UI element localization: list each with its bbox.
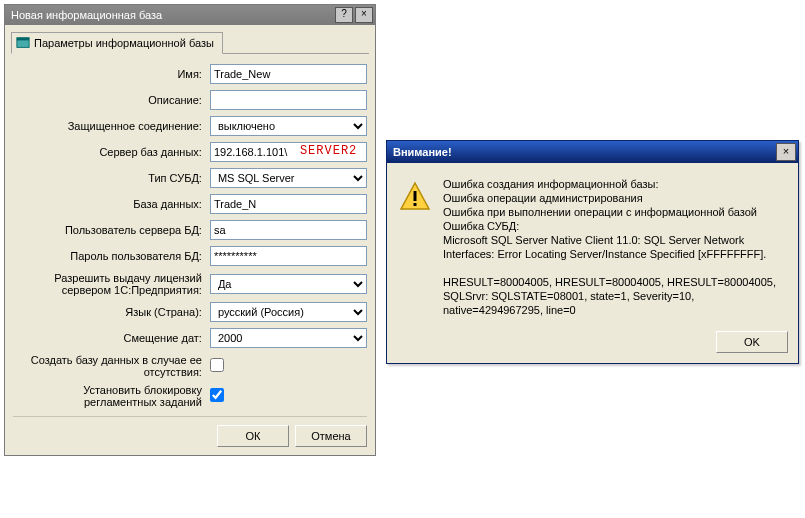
form-body: Имя: Описание: Защищенное соединение: вы… bbox=[5, 54, 375, 455]
label-dbtype: Тип СУБД: bbox=[13, 172, 210, 184]
license-select[interactable]: Да bbox=[210, 274, 367, 294]
close-button[interactable]: × bbox=[355, 7, 373, 23]
label-blockjobs: Установить блокировку регламентных задан… bbox=[13, 384, 210, 408]
dialog-text: Ошибка создания информационной базы: Оши… bbox=[443, 177, 786, 317]
dialog-title: Внимание! bbox=[393, 146, 776, 158]
label-name: Имя: bbox=[13, 68, 210, 80]
dbtype-select[interactable]: MS SQL Server bbox=[210, 168, 367, 188]
title-bar: Новая информационная база ? × bbox=[5, 5, 375, 25]
desc-input[interactable] bbox=[210, 90, 367, 110]
svg-rect-4 bbox=[414, 203, 417, 206]
label-dbuser: Пользователь сервера БД: bbox=[13, 224, 210, 236]
dbserver-input[interactable] bbox=[210, 142, 367, 162]
lang-select[interactable]: русский (Россия) bbox=[210, 302, 367, 322]
svg-rect-1 bbox=[17, 38, 29, 41]
cancel-button[interactable]: Отмена bbox=[295, 425, 367, 447]
ok-button[interactable]: ОК bbox=[217, 425, 289, 447]
dbname-input[interactable] bbox=[210, 194, 367, 214]
tab-label: Параметры информационной базы bbox=[34, 37, 214, 49]
label-lang: Язык (Страна): bbox=[13, 306, 210, 318]
dialog-title-bar: Внимание! × bbox=[387, 141, 798, 163]
tab-parameters[interactable]: Параметры информационной базы bbox=[11, 32, 223, 54]
label-createifmissing: Создать базу данных в случае ее отсутств… bbox=[13, 354, 210, 378]
tab-strip: Параметры информационной базы bbox=[11, 31, 369, 54]
label-dbserver: Сервер баз данных: bbox=[13, 146, 210, 158]
label-dateoffset: Смещение дат: bbox=[13, 332, 210, 344]
svg-rect-3 bbox=[414, 191, 417, 201]
warning-icon bbox=[399, 181, 431, 213]
dbuser-input[interactable] bbox=[210, 220, 367, 240]
blockjobs-checkbox[interactable] bbox=[210, 388, 224, 402]
label-dbname: База данных: bbox=[13, 198, 210, 210]
label-license: Разрешить выдачу лицензий сервером 1С:Пр… bbox=[13, 272, 210, 296]
button-bar: ОК Отмена bbox=[13, 416, 367, 447]
name-input[interactable] bbox=[210, 64, 367, 84]
label-secure: Защищенное соединение: bbox=[13, 120, 210, 132]
window-title: Новая информационная база bbox=[11, 9, 333, 21]
label-dbpass: Пароль пользователя БД: bbox=[13, 250, 210, 262]
secure-select[interactable]: выключено bbox=[210, 116, 367, 136]
label-desc: Описание: bbox=[13, 94, 210, 106]
error-dialog: Внимание! × Ошибка создания информационн… bbox=[386, 140, 799, 364]
dialog-ok-button[interactable]: OK bbox=[716, 331, 788, 353]
dialog-close-button[interactable]: × bbox=[776, 143, 796, 161]
help-button[interactable]: ? bbox=[335, 7, 353, 23]
tab-icon bbox=[16, 36, 30, 50]
main-window: Новая информационная база ? × Параметры … bbox=[4, 4, 376, 456]
dateoffset-select[interactable]: 2000 bbox=[210, 328, 367, 348]
dbpass-input[interactable] bbox=[210, 246, 367, 266]
createifmissing-checkbox[interactable] bbox=[210, 358, 224, 372]
